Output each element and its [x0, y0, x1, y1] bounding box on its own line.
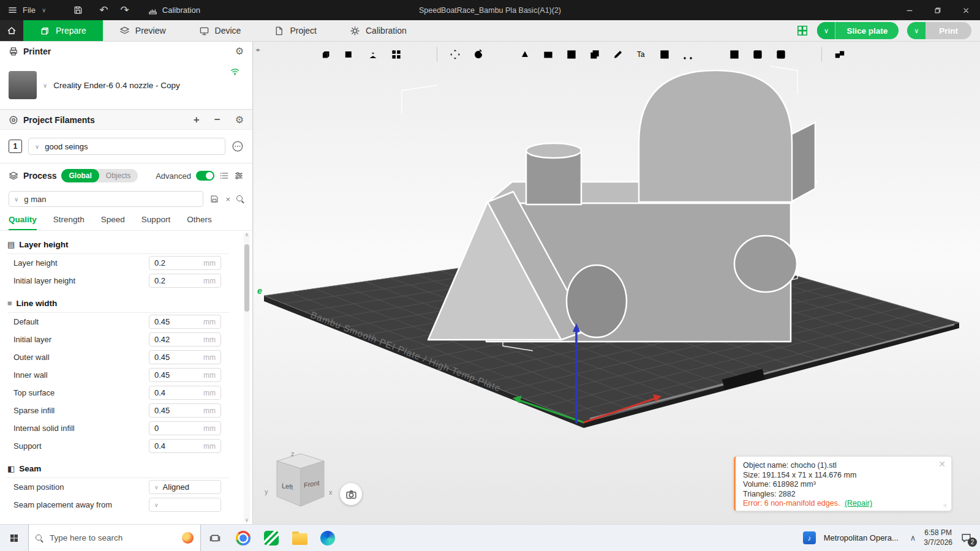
- text-tool-icon[interactable]: Ta: [632, 45, 650, 63]
- chevron-down-icon[interactable]: ∨: [43, 82, 47, 89]
- advanced-toggle[interactable]: [196, 171, 214, 181]
- mesh-edit-icon[interactable]: [702, 45, 720, 63]
- scrollbar-thumb[interactable]: [244, 244, 249, 312]
- arrange-all-icon[interactable]: [387, 45, 405, 63]
- measure-icon[interactable]: [795, 45, 813, 63]
- task-view-button[interactable]: [201, 525, 229, 551]
- split-objects-icon[interactable]: [539, 45, 557, 63]
- tray-media-icon[interactable]: ♪: [803, 531, 816, 544]
- view-list-icon[interactable]: [219, 171, 229, 181]
- chevron-down-icon[interactable]: ∨: [42, 7, 46, 13]
- taskbar-search[interactable]: [28, 525, 201, 551]
- add-model-icon[interactable]: [317, 45, 335, 63]
- rotate-tool-icon[interactable]: [469, 45, 487, 63]
- setting-input-layer-height[interactable]: 0.2mm: [149, 256, 221, 270]
- printer-settings-gear-icon[interactable]: ⚙: [235, 47, 244, 56]
- setting-select-seam-position[interactable]: ∨Aligned: [149, 480, 221, 494]
- tab-calibration[interactable]: Calibration: [333, 20, 423, 41]
- search-box[interactable]: ∨: [9, 191, 203, 207]
- taskbar-bambu-studio[interactable]: [257, 525, 285, 551]
- auto-orient-icon[interactable]: [364, 45, 382, 63]
- undo-icon[interactable]: ↶: [99, 5, 108, 15]
- settings-tab-support[interactable]: Support: [141, 210, 170, 230]
- tune-icon[interactable]: [234, 171, 244, 181]
- remove-filament-button[interactable]: −: [214, 114, 221, 125]
- slice-dropdown-icon[interactable]: ∨: [817, 22, 835, 39]
- settings-tab-others[interactable]: Others: [187, 210, 212, 230]
- viewport[interactable]: ◂▸ Ta0P Bambu Smooth PEI Plate / High Te…: [254, 42, 980, 524]
- cut-tool-icon[interactable]: [679, 45, 696, 63]
- model-train[interactable]: [428, 70, 817, 342]
- letter-plate-icon[interactable]: P: [772, 45, 790, 63]
- action-center-button[interactable]: 2: [960, 532, 973, 544]
- restore-button[interactable]: [924, 0, 952, 20]
- tab-device[interactable]: Device: [183, 20, 258, 41]
- taskbar-search-input[interactable]: [48, 533, 176, 543]
- scroll-up-icon[interactable]: ∧: [244, 232, 250, 238]
- setting-input-sparse-infill[interactable]: 0.45mm: [149, 403, 221, 418]
- filament-settings-gear-icon[interactable]: ⚙: [235, 115, 244, 125]
- start-button[interactable]: [0, 525, 28, 551]
- filament-more-icon[interactable]: [232, 140, 244, 152]
- scope-toggle[interactable]: Global Objects: [61, 169, 137, 182]
- filament-select[interactable]: ∨ good seings: [28, 138, 225, 155]
- lay-on-face-icon[interactable]: [516, 45, 533, 63]
- setting-input-top-surface[interactable]: 0.4mm: [149, 386, 221, 400]
- assembly-view-icon[interactable]: [831, 45, 848, 63]
- setting-input-default[interactable]: 0.45mm: [149, 315, 221, 329]
- slice-plate-button[interactable]: ∨ Slice plate: [817, 22, 899, 39]
- lattice-icon[interactable]: [725, 45, 743, 63]
- settings-tab-strength[interactable]: Strength: [53, 210, 85, 230]
- scroll-down-icon[interactable]: ∨: [244, 517, 250, 523]
- 3d-scene[interactable]: Bambu Smooth PEI Plate / High Temp Plate…: [254, 42, 980, 524]
- arrange-list-icon[interactable]: [410, 45, 428, 63]
- setting-input-initial-layer-height[interactable]: 0.2mm: [149, 274, 221, 288]
- redo-icon[interactable]: ↷: [121, 5, 129, 15]
- taskbar-file-explorer[interactable]: [285, 525, 314, 551]
- setting-select-seam-placement-away-from[interactable]: ∨: [149, 498, 221, 512]
- cab[interactable]: [639, 70, 792, 202]
- sidebar-collapse-handle[interactable]: ◂▸: [255, 47, 260, 53]
- tab-project[interactable]: Project: [257, 20, 333, 41]
- info-close-icon[interactable]: ✕: [938, 460, 946, 468]
- scope-objects[interactable]: Objects: [99, 171, 138, 180]
- print-button[interactable]: ∨ Print: [907, 22, 971, 39]
- file-menu[interactable]: File: [23, 6, 36, 15]
- setting-input-internal-solid-infill[interactable]: 0mm: [149, 421, 221, 435]
- settings-search-input[interactable]: [23, 194, 198, 204]
- chimney-top[interactable]: [526, 143, 581, 158]
- menu-icon[interactable]: [7, 5, 18, 15]
- home-button[interactable]: [0, 20, 23, 41]
- move-tool-icon[interactable]: [446, 45, 464, 63]
- color-paint-icon[interactable]: [609, 45, 627, 63]
- scope-global[interactable]: Global: [61, 169, 99, 182]
- settings-tab-quality[interactable]: Quality: [9, 210, 37, 230]
- tab-prepare[interactable]: Prepare: [23, 20, 103, 41]
- settings-tab-speed[interactable]: Speed: [101, 210, 125, 230]
- taskbar-edge[interactable]: [314, 525, 342, 551]
- seam-paint-icon[interactable]: [655, 45, 673, 63]
- search-highlight-icon[interactable]: [182, 532, 194, 544]
- printer-card[interactable]: ∨ Creality Ender-6 0.4 nozzle - Copy: [0, 61, 252, 109]
- search-icon[interactable]: [236, 195, 244, 203]
- tray-expand-icon[interactable]: ∧: [910, 533, 916, 542]
- chevron-down-icon[interactable]: ∨: [14, 196, 18, 203]
- tab-preview[interactable]: Preview: [103, 20, 183, 41]
- setting-input-outer-wall[interactable]: 0.45mm: [149, 350, 221, 364]
- number-plate-icon[interactable]: 0: [748, 45, 766, 63]
- screenshot-button[interactable]: [340, 483, 362, 505]
- cab-side[interactable]: [791, 122, 815, 202]
- plate-settings-icon[interactable]: [796, 24, 809, 37]
- scale-tool-icon[interactable]: [492, 45, 510, 63]
- save-preset-icon[interactable]: [209, 194, 219, 204]
- save-project-icon[interactable]: [73, 5, 83, 15]
- taskbar-chrome[interactable]: [229, 525, 257, 551]
- setting-input-initial-layer[interactable]: 0.42mm: [149, 332, 221, 347]
- titlebar-calibration-button[interactable]: Calibration: [148, 5, 200, 15]
- add-filament-button[interactable]: +: [194, 114, 200, 125]
- setting-input-support[interactable]: 0.4mm: [149, 439, 221, 453]
- repair-link[interactable]: (Repair): [845, 499, 872, 508]
- navigation-cube[interactable]: Left Front z y x: [263, 450, 334, 519]
- tray-media-title[interactable]: Metropolitan Opera...: [824, 533, 899, 542]
- add-plate-icon[interactable]: [341, 45, 358, 63]
